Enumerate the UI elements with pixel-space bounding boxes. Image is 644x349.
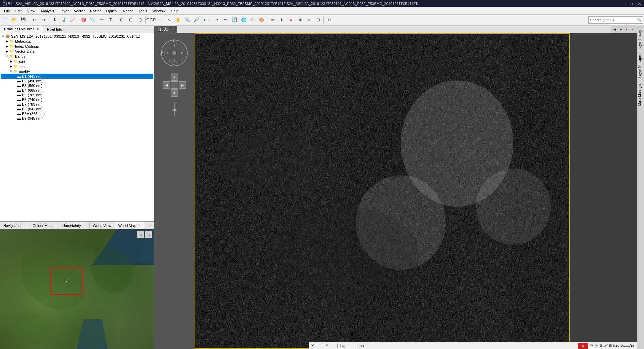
tab-world-map[interactable]: World Map × [115, 222, 144, 229]
tb-export[interactable]: 📊 [59, 16, 68, 24]
viewer-tabs-right[interactable]: ▶ [618, 27, 623, 32]
satellite-image[interactable] [195, 33, 570, 349]
tree-item-b1[interactable]: ▬ B1 (443 nm) [1, 74, 153, 79]
tb-target[interactable]: 🎯 [79, 16, 88, 24]
tb-more1[interactable]: 🔺 [286, 16, 295, 24]
tb-more3[interactable]: ⊡ [314, 16, 322, 24]
tree-item-metadata[interactable]: ▶ 📁 Metadata [1, 39, 153, 44]
tree-expand-quality[interactable]: ▼ [9, 70, 13, 73]
tree-item-vector-data[interactable]: ▶ 📁 Vector Data [1, 49, 153, 54]
menu-analysis[interactable]: Analysis [38, 8, 57, 14]
tree-item-b2[interactable]: ▬ B2 (490 nm) [1, 79, 153, 83]
nav-left[interactable]: ◀ [163, 81, 170, 89]
tb-more2[interactable]: ⊗ [296, 16, 304, 24]
nav-right[interactable]: ▶ [179, 81, 186, 89]
tb-gcp-mark[interactable]: + [156, 16, 164, 24]
tb-gdal[interactable]: ⬡ [136, 16, 144, 24]
tb-zoom-in[interactable]: 🔍 [183, 16, 192, 24]
menu-window[interactable]: Window [150, 8, 168, 14]
tb-rotate[interactable]: 🔄 [230, 16, 239, 24]
tb-flag[interactable]: TOT [305, 16, 313, 24]
menu-vector[interactable]: Vector [71, 8, 87, 14]
tree-expand-metadata[interactable]: ▶ [5, 40, 9, 43]
tree-item-b8[interactable]: ▬ B8 (842 nm) [1, 107, 153, 111]
tree-item-b3[interactable]: ▬ B3 (560 nm) [1, 83, 153, 88]
panel-close-btn[interactable]: ─ [147, 26, 153, 32]
tree-item-b8a[interactable]: ▬ B8A (865 nm) [1, 111, 153, 116]
layer-manager-btn[interactable]: Layer Manager [637, 52, 644, 80]
tab-world-map-close[interactable]: × [138, 223, 140, 227]
tab-world-view[interactable]: World View [90, 222, 115, 229]
tree-expand-vector[interactable]: ▶ [5, 50, 9, 53]
tab-product-explorer-close[interactable]: × [37, 27, 39, 31]
nav-center[interactable]: · [171, 81, 178, 89]
tb-new[interactable]: 📄 [1, 16, 9, 24]
layer-library-btn[interactable]: Layer Library [637, 27, 644, 52]
viewer-tabs-left[interactable]: ◀ [612, 27, 617, 32]
map-settings-btn[interactable]: ⊙ [145, 231, 152, 238]
tb-graph[interactable]: 📈 [68, 16, 77, 24]
nav-down[interactable]: ▼ [171, 89, 178, 97]
tb-gcp2[interactable]: GCP [203, 16, 212, 24]
zoom-slider-handle[interactable] [173, 109, 176, 111]
tree-item-view[interactable]: ▶ 📁 view [1, 64, 153, 69]
viewer-tab-b1-close[interactable]: × [171, 27, 173, 31]
tree-expand-view[interactable]: ▶ [9, 65, 13, 68]
tb-select[interactable]: ↖ [165, 16, 173, 24]
tb-range[interactable]: 🌡 [277, 16, 286, 24]
minimize-button[interactable]: ─ [627, 1, 630, 6]
map-zoom-btn[interactable]: ⊕ [137, 231, 144, 238]
tb-zoom-out[interactable]: 🔎 [192, 16, 201, 24]
tb-resample[interactable]: ⊞ [117, 16, 126, 24]
tb-save[interactable]: 💾 [19, 16, 28, 24]
viewer-maximize[interactable]: ⤢ [630, 27, 635, 32]
tab-navigation[interactable]: Navigation --- [0, 222, 29, 229]
product-tree[interactable]: ▼ 📦 S2A_MSIL2A_20191231T030121_N0213_R03… [0, 33, 154, 221]
tree-item-b6[interactable]: ▬ B6 (740 nm) [1, 97, 153, 102]
tb-pin[interactable]: ↗ [212, 16, 221, 24]
tab-product-explorer[interactable]: Product Explorer × [0, 26, 43, 33]
menu-view[interactable]: View [24, 8, 38, 14]
menu-edit[interactable]: Edit [13, 8, 24, 14]
tree-expand-root[interactable]: ▼ [1, 35, 5, 38]
tree-item-index-codings[interactable]: ▶ 📁 Index Codings [1, 44, 153, 49]
tree-expand-bands[interactable]: ▼ [5, 55, 9, 58]
tree-expand-index[interactable]: ▶ [5, 45, 9, 48]
viewer-tabs-list[interactable]: ▼ [624, 27, 629, 32]
tab-colour-man[interactable]: Colour Man--- [29, 222, 59, 229]
tb-scatter[interactable]: Σ [106, 16, 115, 24]
menu-optical[interactable]: Optical [103, 8, 120, 14]
nav-up[interactable]: ▲ [171, 73, 178, 81]
tb-spectrum[interactable]: 〰 [97, 16, 106, 24]
tree-item-sun[interactable]: ▶ 📁 sun [1, 59, 153, 64]
menu-help[interactable]: Help [168, 8, 181, 14]
maximize-button[interactable]: □ [632, 1, 635, 6]
tb-redo[interactable]: ↪ [39, 16, 48, 24]
tb-layer-view[interactable]: ⊕ [248, 16, 257, 24]
tb-pan[interactable]: ✋ [174, 16, 182, 24]
menu-layer[interactable]: Layer [57, 8, 71, 14]
tb-stats[interactable]: 📉 [88, 16, 97, 24]
tb-draw[interactable]: ✏ [268, 16, 277, 24]
tb-undo[interactable]: ↩ [30, 16, 39, 24]
tree-item-b9[interactable]: ▬ B9 (945 nm) [1, 116, 153, 121]
mask-manager-btn[interactable]: Mask Manager [637, 81, 644, 108]
tb-mosaic[interactable]: ⊟ [126, 16, 135, 24]
viewer-tab-b1[interactable]: [1] B1 × [154, 26, 177, 33]
search-input[interactable] [590, 18, 637, 22]
world-map-view[interactable]: ⊕ ⊙ [0, 229, 154, 349]
tb-import[interactable]: ⬇ [50, 16, 59, 24]
tb-snap[interactable]: ⊛ [325, 16, 333, 24]
menu-file[interactable]: File [1, 8, 13, 14]
close-button[interactable]: ✕ [638, 1, 641, 6]
tree-item-root[interactable]: ▼ 📦 S2A_MSIL2A_20191231T030121_N0213_R03… [1, 34, 153, 39]
tb-globe[interactable]: 🌐 [239, 16, 248, 24]
tab-pixel-info[interactable]: Pixel Info [43, 26, 66, 33]
tree-item-b5[interactable]: ▬ B5 (705 nm) [1, 93, 153, 97]
menu-raster[interactable]: Raster [87, 8, 103, 14]
tab-uncertainty[interactable]: Uncertainty --- [59, 222, 90, 229]
tb-open[interactable]: 📂 [10, 16, 18, 24]
menu-tools[interactable]: Tools [136, 8, 150, 14]
tb-colortable[interactable]: 🎨 [257, 16, 266, 24]
tree-item-bands[interactable]: ▼ 📁 Bands [1, 54, 153, 59]
